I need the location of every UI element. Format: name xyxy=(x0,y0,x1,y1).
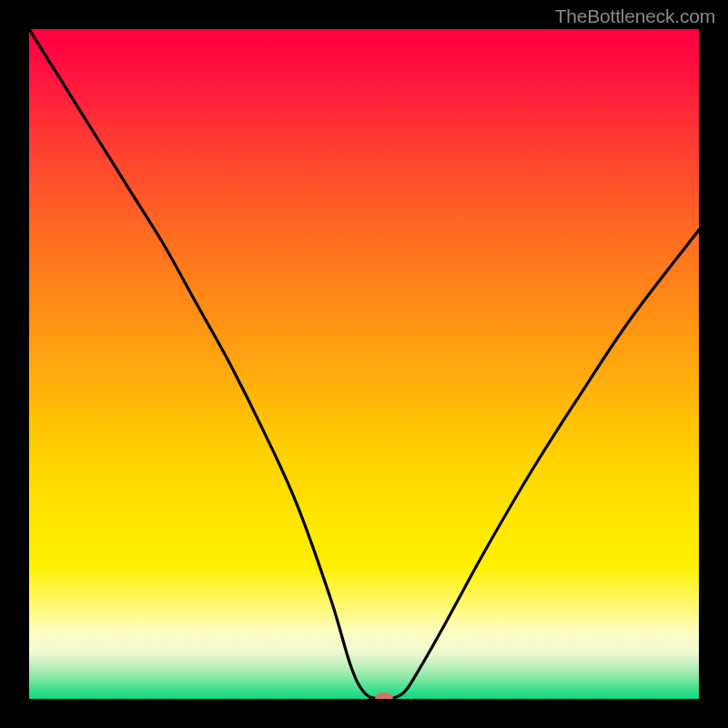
watermark-text: TheBottleneck.com xyxy=(555,5,715,27)
minimum-marker xyxy=(375,693,393,699)
curve-svg xyxy=(29,29,699,699)
bottleneck-curve xyxy=(29,29,699,699)
plot-area xyxy=(29,29,699,699)
